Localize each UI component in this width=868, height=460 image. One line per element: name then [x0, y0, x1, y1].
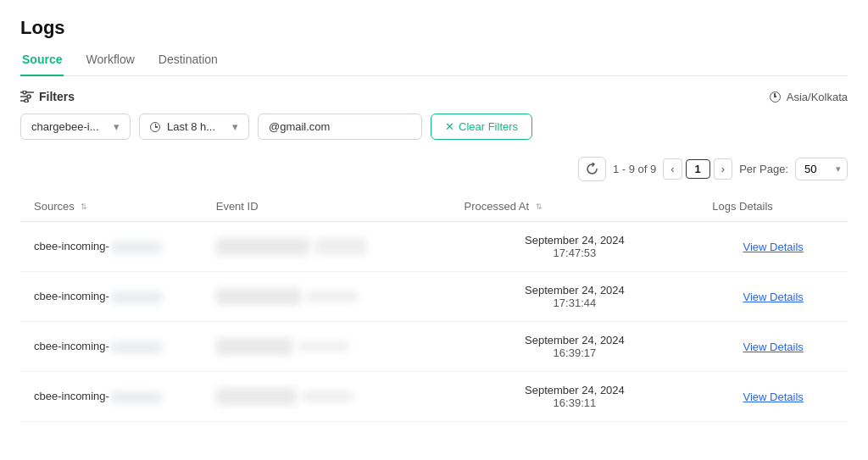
- event-id-cell: [203, 322, 451, 372]
- source-cell: cbee-incoming-: [20, 372, 203, 422]
- page-title: Logs: [20, 17, 848, 39]
- source-blurred: [111, 341, 162, 353]
- processed-sort-icon[interactable]: ⇅: [536, 203, 542, 211]
- event-id-blurred-main: [216, 238, 309, 255]
- per-page-wrapper: 10 25 50 100: [795, 158, 848, 180]
- event-id-cell: [203, 222, 451, 272]
- view-details-link[interactable]: View Details: [743, 391, 804, 403]
- col-header-event-id: Event ID: [203, 191, 451, 222]
- tab-workflow[interactable]: Workflow: [84, 46, 136, 76]
- filters-bar: Filters Asia/Kolkata: [20, 90, 848, 103]
- per-page-select[interactable]: 10 25 50 100: [795, 158, 848, 180]
- pagination-range: 1 - 9 of 9: [613, 163, 656, 175]
- event-id-blurred-sub: [303, 391, 353, 402]
- prev-page-button[interactable]: ‹: [663, 158, 682, 180]
- sources-sort-icon[interactable]: ⇅: [81, 203, 87, 211]
- event-id-cell: [203, 272, 451, 322]
- table-row: cbee-incoming- September 24, 2024 17:31:…: [20, 272, 848, 322]
- view-details-link[interactable]: View Details: [743, 291, 804, 303]
- time-clock-icon: [150, 122, 160, 132]
- tab-source[interactable]: Source: [20, 46, 64, 76]
- search-input[interactable]: [258, 114, 422, 140]
- source-dropdown-chevron: ▾: [114, 120, 120, 133]
- processed-date: September 24, 2024: [465, 234, 686, 247]
- table-row: cbee-incoming- September 24, 2024 17:47:…: [20, 222, 848, 272]
- logs-table: Sources ⇅ Event ID Processed At ⇅ Logs D…: [20, 191, 848, 422]
- source-cell: cbee-incoming-: [20, 272, 203, 322]
- processed-at-cell: September 24, 2024 16:39:17: [451, 322, 699, 372]
- svg-point-5: [25, 99, 28, 103]
- svg-point-4: [27, 95, 31, 98]
- processed-time: 17:31:44: [465, 297, 686, 309]
- source-label: cbee-incoming-: [34, 290, 109, 302]
- pagination-nav: ‹ 1 ›: [663, 158, 732, 180]
- pagination-row: 1 - 9 of 9 ‹ 1 › Per Page: 10 25 50 100: [20, 153, 848, 185]
- table-row: cbee-incoming- September 24, 2024 16:39:…: [20, 372, 848, 422]
- col-header-processed-at: Processed At ⇅: [451, 191, 699, 222]
- processed-at-cell: September 24, 2024 16:39:11: [451, 372, 699, 422]
- event-id-blurred-sub: [298, 342, 349, 351]
- tab-destination[interactable]: Destination: [157, 46, 220, 76]
- source-label: cbee-incoming-: [34, 390, 109, 402]
- processed-date: September 24, 2024: [465, 384, 686, 396]
- clear-filters-button[interactable]: ✕ Clear Filters: [431, 114, 532, 140]
- processed-time: 17:47:53: [465, 247, 686, 259]
- logs-details-cell: View Details: [698, 372, 848, 422]
- filter-icon: [20, 91, 34, 103]
- processed-time: 16:39:11: [465, 396, 686, 409]
- tabs-nav: Source Workflow Destination: [20, 46, 848, 76]
- source-blurred: [111, 391, 162, 403]
- source-cell: cbee-incoming-: [20, 222, 203, 272]
- filter-row: chargebee-i... ▾ Last 8 h... ▾ ✕ Clear F…: [20, 114, 848, 140]
- processed-at-cell: September 24, 2024 17:31:44: [451, 272, 699, 322]
- col-header-sources: Sources ⇅: [20, 191, 203, 222]
- filters-label: Filters: [20, 90, 75, 103]
- source-cell: cbee-incoming-: [20, 322, 203, 372]
- processed-time: 16:39:17: [465, 346, 686, 359]
- processed-date: September 24, 2024: [465, 334, 686, 346]
- logs-details-cell: View Details: [698, 222, 848, 272]
- time-filter-dropdown[interactable]: Last 8 h... ▾: [139, 114, 249, 140]
- clock-icon: [770, 91, 781, 103]
- event-id-blurred-main: [216, 288, 301, 305]
- event-id-blurred-main: [216, 338, 292, 355]
- table-row: cbee-incoming- September 24, 2024 16:39:…: [20, 322, 848, 372]
- logs-details-cell: View Details: [698, 272, 848, 322]
- page-container: Logs Source Workflow Destination Filters…: [0, 0, 868, 439]
- event-id-blurred-main: [216, 388, 297, 405]
- svg-point-3: [23, 91, 26, 94]
- logs-details-cell: View Details: [698, 322, 848, 372]
- source-blurred: [111, 241, 162, 253]
- event-id-cell: [203, 372, 451, 422]
- table-header-row: Sources ⇅ Event ID Processed At ⇅ Logs D…: [20, 191, 848, 222]
- source-label: cbee-incoming-: [34, 340, 109, 352]
- processed-date: September 24, 2024: [465, 284, 686, 297]
- processed-at-cell: September 24, 2024 17:47:53: [451, 222, 699, 272]
- event-id-blurred-sub: [315, 238, 366, 255]
- clear-filters-x: ✕: [445, 120, 454, 133]
- time-dropdown-chevron: ▾: [232, 120, 238, 133]
- refresh-icon: [586, 163, 598, 175]
- source-filter-dropdown[interactable]: chargebee-i... ▾: [20, 114, 131, 140]
- source-label: cbee-incoming-: [34, 240, 109, 252]
- view-details-link[interactable]: View Details: [743, 341, 804, 353]
- source-blurred: [111, 291, 162, 303]
- next-page-button[interactable]: ›: [714, 158, 732, 180]
- view-details-link[interactable]: View Details: [743, 241, 804, 253]
- timezone-display: Asia/Kolkata: [770, 91, 848, 103]
- per-page-label: Per Page:: [739, 163, 788, 175]
- event-id-blurred-sub: [307, 291, 358, 302]
- refresh-button[interactable]: [578, 157, 606, 181]
- current-page: 1: [686, 159, 710, 179]
- col-header-logs-details: Logs Details: [698, 191, 848, 222]
